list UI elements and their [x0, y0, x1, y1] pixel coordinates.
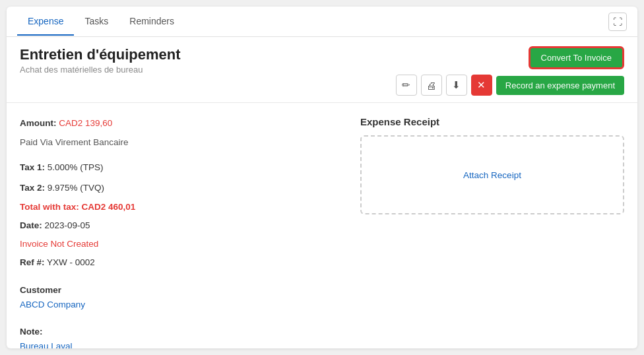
note-row: Note: Bureau Laval [20, 325, 334, 348]
customer-row: Customer ABCD Company [20, 283, 334, 311]
date-row: Date: 2023-09-05 [20, 218, 334, 233]
total-label: Total with tax: [20, 202, 79, 212]
download-button[interactable]: ⬇ [446, 75, 467, 96]
right-column: Expense Receipt Attach Receipt [360, 116, 624, 348]
total-row: Total with tax: CAD2 460,01 [20, 202, 334, 212]
subtitle: Achat des matérielles de bureau [20, 65, 181, 75]
header-section: Entretien d'équipement Achat des matérie… [7, 37, 637, 103]
edit-icon: ✏ [402, 79, 410, 91]
tax1-row: Tax 1: 5.000% (TPS) [20, 160, 334, 175]
tab-tasks[interactable]: Tasks [74, 8, 119, 36]
total-value: CAD2 460,01 [82, 202, 136, 212]
print-button[interactable]: 🖨 [421, 75, 442, 96]
attach-receipt-area[interactable]: Attach Receipt [360, 135, 624, 214]
header-right: Convert To Invoice ✏ 🖨 ⬇ ✕ Record an exp… [396, 46, 624, 96]
convert-to-invoice-button[interactable]: Convert To Invoice [529, 46, 624, 69]
tax2-row: Tax 2: 9.975% (TVQ) [20, 181, 334, 195]
tab-reminders[interactable]: Reminders [119, 8, 185, 36]
ref-value: YXW - 0002 [47, 257, 95, 267]
date-value: 2023-09-05 [45, 220, 90, 230]
action-icons: ✏ 🖨 ⬇ ✕ Record an expense payment [396, 75, 624, 96]
tab-bar: Expense Tasks Reminders ⛶ [7, 7, 637, 37]
left-column: Amount: CAD2 139,60 Paid Via Virement Ba… [20, 116, 334, 348]
customer-label: Customer [20, 283, 334, 298]
receipt-section-label: Expense Receipt [360, 116, 624, 127]
amount-value: CAD2 139,60 [59, 118, 112, 128]
close-button[interactable]: ✕ [471, 75, 492, 96]
note-label: Note: [20, 325, 334, 339]
expand-icon[interactable]: ⛶ [608, 13, 627, 31]
ref-label: Ref #: [20, 257, 45, 267]
ref-row: Ref #: YXW - 0002 [20, 255, 334, 270]
tax2-value: 9.975% (TVQ) [48, 183, 104, 193]
tax2-label: Tax 2: [20, 183, 45, 193]
page-title: Entretien d'équipement [20, 46, 181, 63]
amount-row: Amount: CAD2 139,60 [20, 116, 334, 131]
date-label: Date: [20, 220, 42, 230]
tax1-value: 5.000% (TPS) [48, 162, 104, 172]
tax1-label: Tax 1: [20, 162, 45, 172]
paid-via: Paid Via Virement Bancaire [20, 137, 334, 147]
attach-receipt-label[interactable]: Attach Receipt [463, 170, 521, 180]
note-value: Bureau Laval [20, 339, 334, 348]
edit-button[interactable]: ✏ [396, 75, 417, 96]
tab-expense[interactable]: Expense [17, 8, 74, 36]
amount-label: Amount: [20, 118, 56, 128]
invoice-status: Invoice Not Created [20, 239, 334, 249]
header-left: Entretien d'équipement Achat des matérie… [20, 46, 181, 75]
print-icon: 🖨 [426, 80, 436, 91]
close-icon: ✕ [477, 79, 486, 91]
customer-value[interactable]: ABCD Company [20, 298, 334, 312]
download-icon: ⬇ [452, 79, 461, 91]
record-expense-payment-button[interactable]: Record an expense payment [496, 76, 624, 95]
body-section: Amount: CAD2 139,60 Paid Via Virement Ba… [7, 103, 637, 348]
